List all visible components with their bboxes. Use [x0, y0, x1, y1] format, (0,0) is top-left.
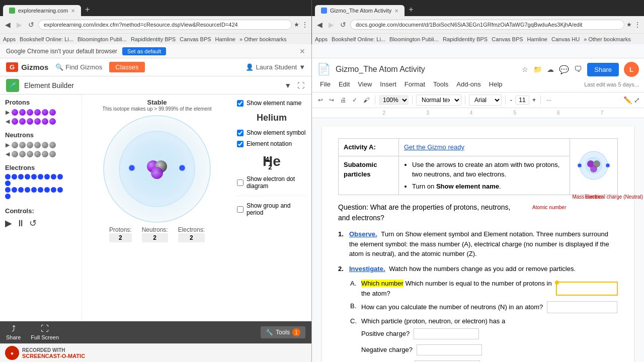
- share-doc-btn[interactable]: Share: [587, 63, 619, 76]
- menu-help[interactable]: Help: [486, 79, 506, 89]
- forward-btn-left[interactable]: ▶: [15, 20, 24, 30]
- close-notification-btn[interactable]: ✕: [299, 47, 305, 55]
- neutrons-up-btn[interactable]: ▶: [5, 141, 10, 149]
- style-dropdown[interactable]: Normal text: [416, 95, 461, 106]
- address-bar-left[interactable]: explorelearning.com/index.cfm?method=cRe…: [38, 20, 292, 30]
- font-size-increase[interactable]: +: [531, 96, 537, 105]
- protons-up-btn[interactable]: ▶: [5, 109, 10, 116]
- q2c-neg-answer[interactable]: [417, 344, 482, 355]
- user-avatar-btn[interactable]: L: [624, 62, 639, 77]
- show-electron-dot-checkbox[interactable]: [237, 179, 244, 186]
- toolbar-spellcheck[interactable]: ✓: [350, 95, 359, 105]
- toolbar-print[interactable]: 🖨: [338, 95, 348, 105]
- menu-btn-left[interactable]: ⋮: [301, 21, 308, 29]
- docs-title[interactable]: Gizmo_The Atom Activity: [336, 65, 517, 74]
- star-btn-left[interactable]: ★: [294, 21, 299, 28]
- activity-title-cell: Get the Gizmo ready: [399, 139, 570, 156]
- right-tab-close[interactable]: ✕: [394, 8, 398, 14]
- bookshelf-bookmark[interactable]: Bookshelf Online: Li...: [20, 36, 73, 42]
- share-btn[interactable]: ⤴ Share: [6, 324, 21, 340]
- font-size-input[interactable]: [515, 96, 529, 105]
- refresh-btn-right[interactable]: ↺: [338, 20, 348, 30]
- show-group-period-cb[interactable]: Show group and period: [237, 202, 306, 216]
- canvas-hu-r[interactable]: Canvas HU: [551, 36, 580, 42]
- toolbar-edit-pencil[interactable]: ✏️: [623, 96, 632, 104]
- new-tab-btn[interactable]: +: [81, 3, 94, 16]
- zoom-dropdown[interactable]: 100%: [379, 95, 409, 105]
- apps-bookmark-left[interactable]: Apps: [3, 36, 16, 42]
- font-size-decrease[interactable]: -: [509, 96, 513, 105]
- show-group-period-checkbox[interactable]: [237, 206, 244, 213]
- toolbar-paint[interactable]: 🖌: [361, 95, 371, 105]
- q2c-no-answer[interactable]: [415, 360, 480, 363]
- q2b-answer-box[interactable]: [547, 301, 617, 313]
- menu-tools[interactable]: Tools: [430, 79, 451, 89]
- student-profile-btn[interactable]: 👤 Laura Student ▼: [246, 63, 305, 71]
- other-bookmarks-left[interactable]: » Other bookmarks: [239, 36, 287, 42]
- right-browser-tab[interactable]: Gizmo_The Atom Activity ✕: [315, 5, 405, 16]
- font-dropdown[interactable]: Arial: [469, 95, 502, 106]
- other-bookmarks-right[interactable]: » Other bookmarks: [584, 36, 631, 42]
- classes-btn[interactable]: Classes: [109, 62, 144, 72]
- q2a-letter: A.: [350, 279, 358, 289]
- left-tab-close[interactable]: ✕: [71, 8, 75, 14]
- new-tab-btn-right[interactable]: +: [405, 3, 417, 16]
- show-element-name-checkbox[interactable]: [237, 100, 244, 107]
- find-gizmos-btn[interactable]: 🔍 Find Gizmos: [55, 63, 102, 71]
- forward-btn-right[interactable]: ▶: [327, 20, 336, 30]
- menu-addons[interactable]: Add-ons: [453, 79, 484, 89]
- address-bar-right[interactable]: docs.google.com/document/d/1BoiSocN6SiA3…: [350, 20, 624, 30]
- hamline-bookmark[interactable]: Hamline: [215, 36, 235, 42]
- element-notation-checkbox[interactable]: [237, 141, 244, 147]
- show-element-symbol-cb[interactable]: Show element symbol: [237, 129, 306, 136]
- back-btn-right[interactable]: ◀: [315, 20, 325, 30]
- back-btn-left[interactable]: ◀: [3, 20, 13, 30]
- menu-file[interactable]: File: [317, 79, 334, 89]
- show-element-name-cb[interactable]: Show element name: [237, 100, 306, 107]
- menu-edit[interactable]: Edit: [336, 79, 353, 89]
- star-doc-btn[interactable]: ☆: [522, 65, 528, 73]
- menu-insert[interactable]: Insert: [377, 79, 399, 89]
- collapse-btn[interactable]: ▼: [283, 80, 292, 90]
- show-electron-dot-cb[interactable]: Show electron dot diagram: [237, 175, 306, 190]
- left-browser-tab[interactable]: explorelearning.com ✕: [3, 5, 81, 16]
- toolbar-redo[interactable]: ↪: [327, 95, 336, 105]
- canvas-bps-r[interactable]: Canvas BPS: [492, 36, 523, 42]
- reset-btn[interactable]: ↺: [29, 218, 37, 229]
- full-screen-btn[interactable]: ⛶ Full Screen: [31, 324, 59, 340]
- toolbar-undo[interactable]: ↩: [316, 95, 325, 105]
- protons-down-btn[interactable]: ◀: [5, 118, 10, 125]
- neutrons-down-btn[interactable]: ◀: [5, 150, 10, 158]
- menu-btn-right[interactable]: ⋮: [634, 21, 641, 29]
- cloud-btn[interactable]: ☁: [547, 65, 554, 73]
- bloomington-bookmark[interactable]: Bloomington Publi...: [77, 36, 127, 42]
- hamline-r[interactable]: Hamline: [527, 36, 547, 42]
- bloomington-bookmark-r[interactable]: Bloomington Publi...: [389, 36, 439, 42]
- star-btn-right[interactable]: ★: [626, 21, 632, 28]
- pause-btn[interactable]: ⏸: [16, 218, 25, 229]
- drive-btn[interactable]: 📁: [533, 65, 542, 73]
- set-default-btn[interactable]: Set as default: [122, 47, 166, 55]
- activity-title-link[interactable]: Get the Gizmo ready: [404, 143, 464, 151]
- bookshelf-bookmark-r[interactable]: Bookshelf Online: Li...: [332, 36, 385, 42]
- canvas-bps-bookmark[interactable]: Canvas BPS: [180, 36, 211, 42]
- refresh-btn-left[interactable]: ↺: [26, 20, 36, 30]
- neutron-dot: [42, 142, 48, 148]
- element-notation-cb[interactable]: Element notation: [237, 140, 306, 147]
- toolbar-expand[interactable]: ⤢: [634, 96, 640, 104]
- fullscreen-btn[interactable]: ⛶: [296, 80, 305, 90]
- menu-view[interactable]: View: [355, 79, 375, 89]
- q2a-answer-box[interactable]: [556, 282, 618, 296]
- toolbar-more[interactable]: ···: [544, 96, 553, 105]
- rapididentity-bookmark[interactable]: RapidIdentity BPS: [131, 36, 176, 42]
- apps-bookmark-right[interactable]: Apps: [315, 36, 328, 42]
- play-btn[interactable]: ▶: [5, 218, 12, 229]
- menu-format[interactable]: Format: [401, 79, 428, 89]
- controls-label: Controls:: [5, 207, 76, 215]
- q2c-pos-answer[interactable]: [414, 328, 479, 339]
- rapididentity-bookmark-r[interactable]: RapidIdentity BPS: [443, 36, 488, 42]
- chat-btn[interactable]: 🗨: [574, 65, 582, 74]
- tools-btn[interactable]: 🔧 Tools 1: [261, 326, 305, 338]
- show-element-symbol-checkbox[interactable]: [237, 130, 244, 136]
- comments-btn[interactable]: 💬: [559, 65, 569, 74]
